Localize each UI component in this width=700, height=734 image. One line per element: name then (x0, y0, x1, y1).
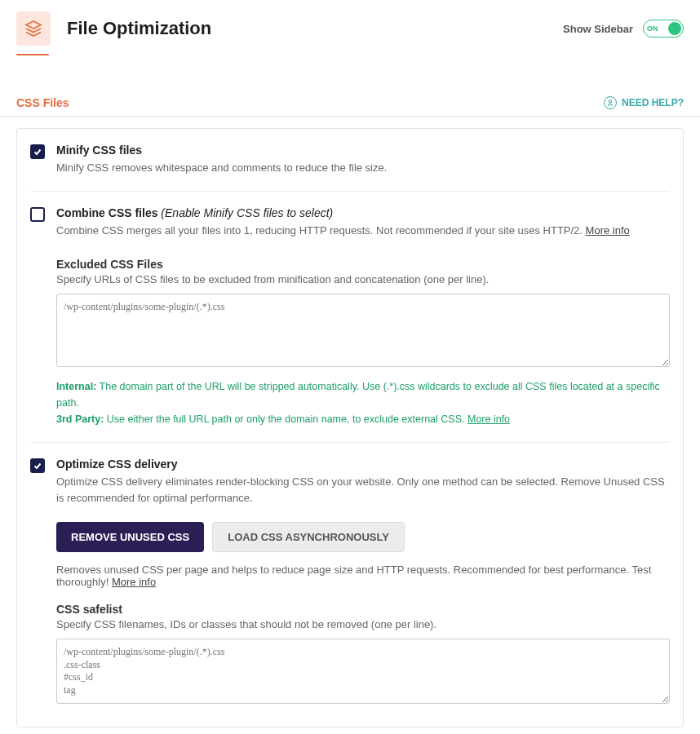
toggle-on-text: ON (647, 24, 658, 33)
note-third-text: Use either the full URL path or only the… (104, 413, 467, 425)
note-more-link[interactable]: More info (467, 413, 510, 425)
svg-point-1 (609, 100, 611, 103)
option-combine-css: Combine CSS files (Enable Minify CSS fil… (30, 191, 670, 239)
optimize-desc: Optimize CSS delivery eliminates render-… (56, 474, 670, 506)
optimize-body: Optimize CSS delivery Optimize CSS deliv… (56, 458, 670, 506)
combine-body: Combine CSS files (Enable Minify CSS fil… (56, 206, 670, 239)
section-title: CSS Files (16, 96, 69, 109)
delivery-mode-buttons: REMOVE UNUSED CSS LOAD CSS ASYNCHRONOUSL… (56, 522, 670, 552)
minify-desc: Minify CSS removes whitespace and commen… (56, 160, 670, 176)
excluded-css-block: Excluded CSS Files Specify URLs of CSS f… (56, 258, 670, 427)
minify-title: Minify CSS files (56, 144, 670, 157)
note-third-label: 3rd Party: (56, 413, 104, 425)
minify-body: Minify CSS files Minify CSS removes whit… (56, 144, 670, 176)
excluded-title: Excluded CSS Files (56, 258, 670, 271)
show-sidebar-toggle[interactable]: ON (643, 20, 684, 38)
load-css-async-button[interactable]: LOAD CSS ASYNCHRONOUSLY (212, 522, 405, 552)
optimize-delivery-checkbox[interactable] (30, 458, 45, 473)
combine-hint: (Enable Minify CSS files to select) (161, 206, 333, 219)
safelist-title: CSS safelist (56, 603, 670, 616)
combine-title: Combine CSS files (Enable Minify CSS fil… (56, 206, 670, 219)
toggle-knob (668, 22, 681, 35)
optimize-title: Optimize CSS delivery (56, 458, 670, 471)
after-btn-more-link[interactable]: More info (112, 576, 156, 588)
minify-css-checkbox[interactable] (30, 144, 45, 159)
combine-more-link[interactable]: More info (586, 224, 630, 237)
note-internal-text: The domain part of the URL will be strip… (56, 381, 660, 409)
page-header: File Optimization Show Sidebar ON (0, 0, 700, 54)
file-optimization-icon (16, 11, 51, 46)
page-title: File Optimization (67, 18, 563, 39)
css-files-card: Minify CSS files Minify CSS removes whit… (16, 128, 684, 727)
remove-unused-css-button[interactable]: REMOVE UNUSED CSS (56, 522, 204, 552)
sidebar-toggle-group: Show Sidebar ON (563, 20, 684, 38)
svg-marker-0 (26, 21, 41, 29)
excluded-notes: Internal: The domain part of the URL wil… (56, 378, 670, 427)
combine-desc: Combine CSS merges all your files into 1… (56, 223, 670, 239)
combine-title-text: Combine CSS files (56, 206, 157, 219)
combine-desc-text: Combine CSS merges all your files into 1… (56, 224, 586, 237)
show-sidebar-label: Show Sidebar (563, 23, 633, 35)
excluded-desc: Specify URLs of CSS files to be excluded… (56, 273, 670, 285)
note-internal-label: Internal: (56, 381, 96, 392)
section-header: CSS Files NEED HELP? (0, 55, 700, 117)
need-help-label: NEED HELP? (622, 97, 684, 108)
option-optimize-delivery: Optimize CSS delivery Optimize CSS deliv… (30, 442, 670, 707)
safelist-desc: Specify CSS filenames, IDs or classes th… (56, 618, 670, 630)
remove-unused-desc: Removes unused CSS per page and helps to… (56, 564, 670, 588)
help-icon (604, 96, 617, 109)
need-help-link[interactable]: NEED HELP? (604, 96, 684, 109)
option-minify-css: Minify CSS files Minify CSS removes whit… (30, 129, 670, 176)
excluded-css-textarea[interactable] (56, 294, 670, 367)
safelist-textarea[interactable] (56, 639, 670, 704)
combine-css-checkbox[interactable] (30, 207, 45, 222)
